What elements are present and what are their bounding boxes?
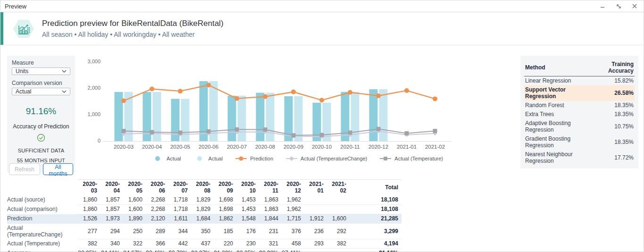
combo-chart-canvas[interactable]: 01,0002,0003,0002020-032020-042020-05202… <box>81 56 514 154</box>
month-value: 1,718 <box>168 205 191 214</box>
bar-actual-source[interactable] <box>228 96 236 141</box>
method-row[interactable]: Extra Trees18.35% <box>524 110 635 119</box>
x-axis-tick-label: 2020-03 <box>114 144 134 150</box>
square-marker[interactable] <box>150 130 154 134</box>
refresh-button[interactable]: Refresh <box>9 163 40 175</box>
bar-actual-comparison[interactable] <box>266 93 275 141</box>
row-label: Accuracy <box>7 249 78 252</box>
resize-fullscreen-icon[interactable] <box>615 3 622 9</box>
settings-panel: Measure Units Comparison version Actual … <box>7 56 75 172</box>
square-marker[interactable] <box>348 131 352 135</box>
month-value: 340 <box>100 239 123 249</box>
circle-marker[interactable] <box>319 98 324 102</box>
teal-accent-strip <box>0 12 3 45</box>
square-marker[interactable] <box>122 129 126 133</box>
square-marker[interactable] <box>235 127 239 132</box>
comparison-version-label: Comparison version <box>12 80 70 86</box>
legend-item[interactable]: Prediction <box>235 156 273 161</box>
all-months-button[interactable]: All months <box>43 163 73 175</box>
circle-marker[interactable] <box>206 83 211 87</box>
month-value: 382 <box>327 239 350 249</box>
square-marker[interactable] <box>320 133 324 137</box>
methods-panel: Method Training Accuracy Linear Regressi… <box>520 56 638 168</box>
minimize-icon[interactable] <box>599 3 606 9</box>
square-marker[interactable] <box>405 131 409 135</box>
circle-marker[interactable] <box>291 90 296 94</box>
circle-marker[interactable] <box>121 99 126 103</box>
month-value: 442 <box>168 239 191 249</box>
method-training-accuracy: 10.75% <box>590 119 635 134</box>
bar-actual-comparison[interactable] <box>238 96 246 141</box>
status-months-input: 55 MONTHS INPUT <box>9 158 73 163</box>
circle-marker[interactable] <box>234 96 239 101</box>
measure-select[interactable]: Units <box>12 67 70 75</box>
method-row[interactable]: Support Vector Regression26.58% <box>524 85 635 101</box>
legend-item[interactable]: Actual <box>193 156 223 161</box>
method-row[interactable]: Gradient Boosting Regression18.35% <box>524 134 635 150</box>
chart-legend: ActualActualPredictionActual (Temperatur… <box>81 156 514 161</box>
legend-label: Actual <box>167 156 181 161</box>
titlebar: Preview <box>0 0 644 12</box>
values-header-empty <box>7 180 78 196</box>
month-value: 1,829 <box>191 195 214 205</box>
month-value: 236 <box>304 224 327 239</box>
circle-marker[interactable] <box>348 90 352 95</box>
month-value <box>327 205 350 214</box>
method-training-accuracy: 18.35% <box>590 134 635 150</box>
legend-item[interactable]: Actual (TemperatureChange) <box>285 156 367 161</box>
month-value: 1,912 <box>304 214 327 224</box>
x-axis-tick-label: 2020-10 <box>312 144 332 150</box>
month-value <box>304 195 327 205</box>
month-value: 1,600 <box>123 205 146 214</box>
legend-marker-icon <box>151 156 164 161</box>
square-marker[interactable] <box>376 127 381 131</box>
preview-window: Preview <box>0 0 644 252</box>
month-value: 92.07% <box>191 249 214 252</box>
circle-marker[interactable] <box>433 96 437 101</box>
circle-marker[interactable] <box>150 87 154 92</box>
square-marker[interactable] <box>263 127 268 132</box>
month-value: 87.41% <box>282 249 304 252</box>
circle-marker[interactable] <box>178 89 183 93</box>
method-row[interactable]: Random Forest18.35% <box>524 101 635 110</box>
status-sufficient-data: SUFFICIENT DATA <box>9 148 73 153</box>
method-row[interactable]: Adaptive Boosting Regression10.75% <box>524 119 635 134</box>
total-value: 18,108 <box>350 195 401 205</box>
values-header-month: 2021-02 <box>327 180 350 196</box>
values-header-month: 2020-06 <box>146 180 168 196</box>
x-axis-tick-label: 2020-06 <box>199 144 218 150</box>
circle-marker[interactable] <box>376 93 381 98</box>
month-value: 1,973 <box>100 214 123 224</box>
values-table-row[interactable]: Accuracy82.05%94.11%84.67%93.46%93.78%92… <box>7 249 401 252</box>
circle-marker[interactable] <box>263 94 268 99</box>
close-icon[interactable] <box>631 3 638 9</box>
values-table-row[interactable]: Actual (source)1,8601,8571,6002,2681,718… <box>7 195 401 205</box>
forecast-chart: 01,0002,0003,0002020-032020-042020-05202… <box>81 56 514 170</box>
legend-item[interactable]: Actual <box>151 156 181 161</box>
legend-item[interactable]: Actual (Temperature) <box>379 156 443 161</box>
row-label: Actual (TemperatureChange) <box>7 224 78 239</box>
values-table-row[interactable]: Actual (Temperature)38234032236644243722… <box>7 239 401 249</box>
values-table-row[interactable]: Actual (comparison)1,8601,8571,6002,2681… <box>7 205 401 214</box>
method-row[interactable]: Nearest Neighbour Regression17.72% <box>524 150 635 166</box>
month-value: 1,600 <box>123 195 146 205</box>
method-row[interactable]: Linear Regression15.82% <box>524 76 635 86</box>
month-value: 93.46% <box>146 249 168 252</box>
bar-actual-source[interactable] <box>256 93 265 141</box>
square-marker[interactable] <box>207 129 211 134</box>
month-value <box>327 249 350 252</box>
circle-marker[interactable] <box>404 88 409 93</box>
square-marker[interactable] <box>292 133 296 137</box>
values-table-row[interactable]: Actual (TemperatureChange)27729425028934… <box>7 224 401 239</box>
values-header-month: 2020-08 <box>191 180 214 196</box>
method-training-accuracy: 18.35% <box>590 101 635 110</box>
month-value: 1,862 <box>214 214 236 224</box>
chevron-down-icon <box>62 90 67 93</box>
month-value: 382 <box>78 239 100 249</box>
square-marker[interactable] <box>178 130 183 134</box>
x-axis-tick-label: 2020-04 <box>142 144 162 150</box>
values-table-row[interactable]: Prediction1,5261,9731,8902,1201,6111,684… <box>7 214 401 224</box>
x-axis-tick-label: 2020-05 <box>170 144 190 150</box>
comparison-version-select[interactable]: Actual <box>12 88 70 95</box>
square-marker[interactable] <box>433 129 437 133</box>
